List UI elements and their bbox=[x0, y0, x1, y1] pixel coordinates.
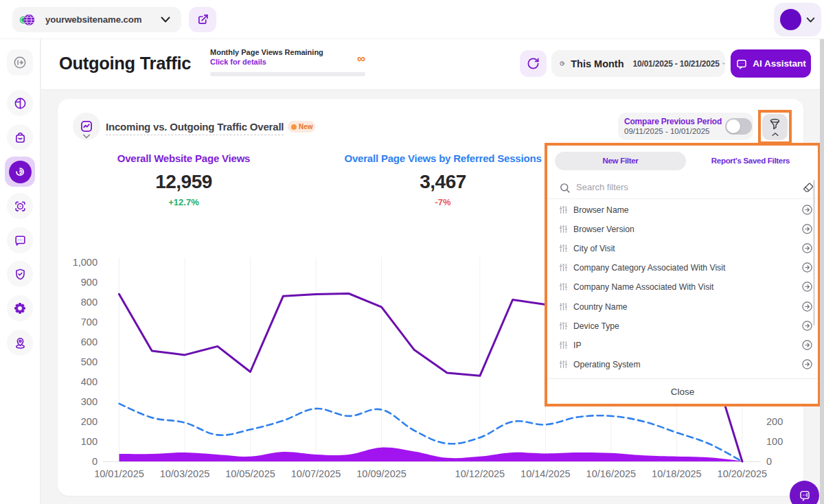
svg-text:1,000: 1,000 bbox=[73, 257, 98, 268]
svg-text:400: 400 bbox=[81, 376, 98, 387]
svg-text:10/01/2025: 10/01/2025 bbox=[94, 468, 144, 479]
svg-text:10/20/2025: 10/20/2025 bbox=[718, 468, 768, 479]
svg-text:10/05/2025: 10/05/2025 bbox=[225, 468, 275, 479]
svg-text:10/12/2025: 10/12/2025 bbox=[455, 468, 505, 479]
svg-text:10/14/2025: 10/14/2025 bbox=[520, 468, 571, 479]
svg-text:300: 300 bbox=[81, 396, 98, 407]
svg-text:600: 600 bbox=[81, 336, 98, 347]
svg-text:200: 200 bbox=[766, 416, 783, 427]
svg-text:700: 700 bbox=[81, 317, 98, 328]
svg-text:10/03/2025: 10/03/2025 bbox=[160, 468, 210, 479]
svg-text:100: 100 bbox=[766, 436, 783, 447]
svg-text:10/16/2025: 10/16/2025 bbox=[586, 468, 637, 479]
svg-text:0: 0 bbox=[92, 456, 98, 467]
svg-text:100: 100 bbox=[81, 436, 98, 447]
svg-text:500: 500 bbox=[81, 356, 98, 367]
svg-text:10/07/2025: 10/07/2025 bbox=[291, 468, 341, 479]
svg-text:200: 200 bbox=[81, 416, 98, 427]
svg-text:0: 0 bbox=[766, 456, 772, 467]
svg-text:900: 900 bbox=[81, 277, 98, 288]
svg-text:10/09/2025: 10/09/2025 bbox=[356, 468, 407, 479]
svg-text:10/18/2025: 10/18/2025 bbox=[652, 468, 702, 479]
svg-text:800: 800 bbox=[81, 297, 98, 308]
